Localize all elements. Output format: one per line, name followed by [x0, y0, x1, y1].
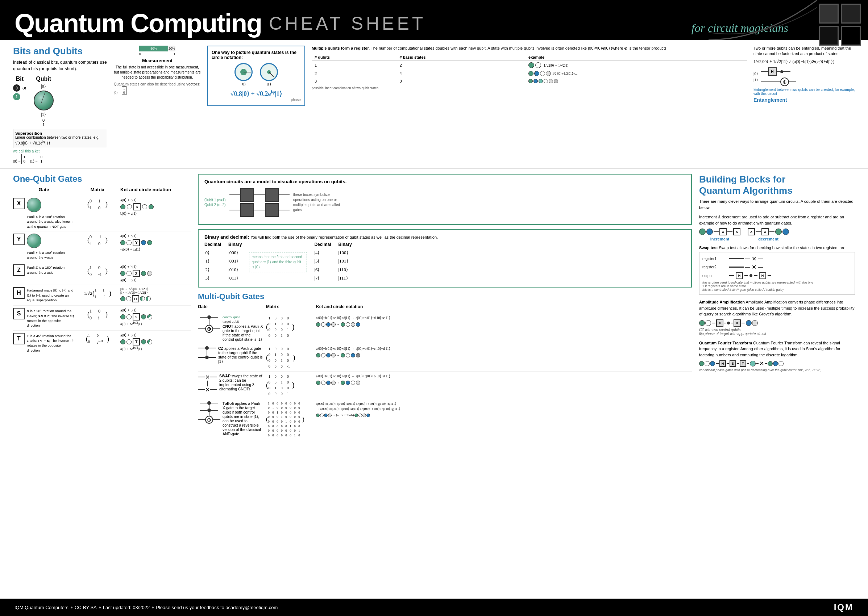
qft-desc: Quantum Fourier Transform Quantum Fourie… — [699, 340, 855, 358]
gate-h-ket: |0⟩→1/√2|0⟩+1/√2|1⟩ |1⟩→1/√2|0⟩-1/√2|1⟩ … — [120, 287, 191, 303]
register-row-3: 3 8 — [312, 77, 747, 85]
measurement-desc: The full state is not accessible in one … — [114, 65, 201, 80]
binary-note-box: means that the first and second qubit ar… — [249, 252, 307, 272]
increment-label: increment — [699, 237, 740, 241]
binary-col2-label: Binary — [338, 242, 351, 247]
binary-decimal-title-text: Binary and decimal: — [205, 234, 249, 240]
gate-t-row: T T is a 45° rotation around the z-axis;… — [13, 331, 191, 355]
bit-label: Bit — [13, 76, 27, 82]
app-title: Quantum Computing — [14, 10, 262, 36]
cnot-row: ⊕ control qubit target qubit CNOT applie… — [198, 313, 692, 344]
header-deco — [819, 4, 861, 46]
entanglement-circuit: |0⟩ |1⟩ H ⊕ — [753, 68, 855, 86]
bits-qubits-section: Bits and Qubits Instead of classical bit… — [0, 40, 868, 169]
footer-dot-1 — [71, 607, 72, 608]
cz-symbol — [198, 346, 216, 359]
gate-h-matrix: 1/√2 ( 11 1-1 ) — [77, 287, 117, 300]
toffoli-row: ⊕ Toffoli applies a Pauli-X gate to the … — [198, 399, 692, 440]
ket-definition: we call this a ket — [13, 149, 107, 153]
phase-label: phase — [212, 98, 301, 102]
multi-col-matrix: Matrix — [266, 304, 313, 309]
register-desc: Multiple qubits form a register. The num… — [312, 46, 747, 51]
one-qubit-gates-panel: One-Qubit Gates Gate Matrix Ket and circ… — [13, 174, 191, 355]
swap-test-desc: Swap test Swap test allows for checking … — [699, 245, 855, 250]
swap-ket: a|00⟩+b|01⟩+c|10⟩+d|11⟩ → a|00⟩+c|01⟩+b|… — [316, 374, 692, 386]
col-ket-header: Ket and circle notation — [120, 187, 191, 192]
register-title: Multiple qubits form a register. — [312, 46, 370, 50]
circle-1: |1⟩ — [260, 63, 278, 86]
gate-t-ket: a|0⟩ + b|1⟩ T a|0⟩ + beiπ/4|1⟩ — [120, 333, 191, 351]
amplitude-diagram: X X — [699, 319, 855, 327]
amplitude-section: Amplitude Amplification Amplitude Amplif… — [699, 299, 855, 336]
gate-x-matrix: ( 01 10 ) — [77, 198, 117, 211]
entanglement-title: Entanglement — [753, 97, 855, 103]
col-gate-header: Gate — [13, 187, 75, 192]
gates-note: these boxes symbolize operations acting … — [293, 192, 344, 212]
qubit-label: Qubit — [34, 76, 54, 82]
binary-decimal-desc: You will find both the use of the binary… — [250, 235, 438, 239]
cz-info: CZ applies a Pauli-Z gate to the target … — [198, 346, 263, 364]
gate-z-ket: a|0⟩ + b|1⟩ Z a|0⟩ − b|1⟩ — [120, 264, 191, 283]
toffoli-ket: a|000⟩+b|001⟩+c|010⟩+d|011⟩+e|100⟩+f|101… — [316, 401, 692, 418]
circle-notation-title: One way to picture quantum states is the… — [212, 50, 301, 60]
bit-qubit-diagram: Bit 0 or 1 Qubit |0⟩ |1⟩ — [13, 76, 107, 127]
qubit-number-0: 0 — [34, 118, 54, 123]
deco-sq-4 — [841, 26, 861, 46]
cheatsheet-label: CHEAT SHEET — [269, 13, 426, 34]
quantum-circuits-box: Quantum circuits are a model to visualiz… — [198, 174, 692, 225]
binary-note: means that the first and second qubit ar… — [252, 255, 302, 269]
increment-diagram: X X increment — [699, 228, 740, 241]
gate-s-ket: a|0⟩ + b|1⟩ S a|0⟩ + beiπ/2|1⟩ — [120, 308, 191, 326]
measurement-col: 80% 20% 01 Measurement The full state is… — [114, 46, 201, 95]
circuits-title: Quantum circuits are a model to visualiz… — [205, 179, 685, 184]
swap-info: ✕ ✕ — [198, 374, 263, 393]
building-blocks-panel: Building Blocks forQuantum Algorithms Th… — [699, 174, 855, 372]
binary-col-label: Binary — [228, 242, 242, 247]
register-detail: The number of computational states doubl… — [371, 46, 666, 50]
swap-matrix: ( 1000 0010 0100 0001 ) — [266, 374, 313, 396]
toffoli-matrix: ( 10000000 01000000 00100000 00010000 00… — [266, 401, 313, 438]
gate-y-matrix: ( 0-i i0 ) — [77, 234, 117, 247]
building-title: Building Blocks forQuantum Algorithms — [699, 174, 855, 196]
swap-note3: this is a controlled SWAP gate (also cal… — [703, 288, 852, 292]
swap-test-section: Swap test Swap test allows for checking … — [699, 245, 855, 295]
gate-t-badge: T — [13, 333, 25, 344]
bloch-sphere-diagram — [34, 91, 54, 110]
gate-h-badge: H — [13, 287, 25, 299]
superposition-label: Superposition — [15, 131, 42, 135]
gate-x-desc: Pauli-X is a 180° rotation around the x-… — [27, 214, 75, 229]
swap-note2: 1 if registers are in same state — [703, 284, 852, 288]
gate-s-badge: S — [13, 308, 25, 319]
amplitude-desc: Amplitude Amplification Amplitude Amplif… — [699, 299, 855, 317]
entanglement-note: Entanglement between two qubits can be c… — [753, 88, 855, 96]
linear-combo-note: possible linear combination of two-qubit… — [312, 86, 747, 90]
multi-col-gate: Gate — [198, 304, 263, 309]
multi-col-ket: Ket and circle notation — [316, 304, 692, 309]
multi-qubit-section: Multi-Qubit Gates Gate Matrix Ket and ci… — [198, 292, 692, 440]
bit-zero: 0 or — [13, 84, 27, 92]
cz-ket: a|00⟩+b|01⟩+c|10⟩+d|11⟩ → a|00⟩+b|01⟩+c|… — [316, 346, 692, 358]
register-row-1: 1 2 1/√2|0⟩ + 1/√2|1⟩ — [312, 61, 747, 70]
col-matrix-header: Matrix — [77, 187, 117, 192]
cnot-matrix: ( 1000 0100 0001 0010 ) — [266, 316, 313, 338]
swap-test-diagram: register1 ✕ register2 ✕ — [699, 252, 855, 295]
gate-s-info: S S is a 90° rotation around the z-axis;… — [13, 308, 75, 328]
quantum-states-note: Quantum states can also be described usi… — [114, 82, 201, 95]
register2-label: register2 — [703, 265, 728, 269]
gate-y-ket: a|0⟩ + b|1⟩ Y -ib|0⟩ + ia|1⟩ — [120, 234, 191, 252]
bottom-section: One-Qubit Gates Gate Matrix Ket and circ… — [0, 169, 868, 445]
col-qubits: # qubits — [312, 54, 397, 61]
qubit-number-1: 1 — [34, 123, 54, 127]
gate-col-headers: Gate Matrix Ket and circle notation — [13, 187, 191, 194]
footer-dot-3 — [152, 607, 154, 608]
decrement-diagram: X X decrement — [748, 228, 789, 241]
gate-s-matrix: ( 10 0i ) — [77, 308, 117, 321]
swap-test-title: Swap test — [699, 245, 718, 250]
qft-section: Quantum Fourier Transform Quantum Fourie… — [699, 340, 855, 372]
superposition-desc: Linear combination between two or more s… — [15, 135, 99, 140]
conditional-phase-note: conditional phase gates with phase decre… — [699, 368, 855, 372]
flip-phase-note: flip phase of target with appropriate ci… — [699, 332, 855, 336]
cz-matrix: ( 1000 0100 0010 000-1 ) — [266, 346, 313, 369]
cnot-ket: a|00⟩+b|01⟩+c|10⟩+d|11⟩ → a|00⟩+b|01⟩+d|… — [316, 316, 692, 327]
gate-y-row: Y Pauli-Y is a 180° rotation around the … — [13, 231, 191, 262]
